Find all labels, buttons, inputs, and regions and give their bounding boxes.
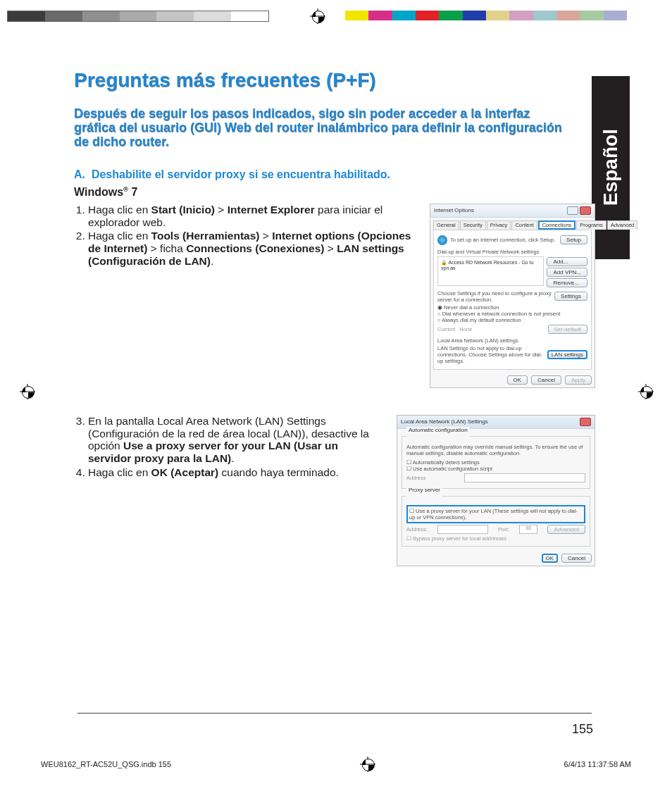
dialog-title: Internet Options [434, 207, 474, 213]
faq-question: Después de seguir los pasos indicados, s… [74, 107, 567, 149]
radio-dial-when[interactable]: Dial whenever a network connection is no… [437, 311, 587, 317]
radio-always-dial[interactable]: Always dial my default connection [437, 317, 587, 323]
step-1: Haga clic en Start (Inicio) > Internet E… [88, 204, 418, 229]
lan-text: LAN Settings do not apply to dial-up con… [437, 345, 547, 364]
auto-config-text: Automatic configuration may override man… [406, 444, 585, 456]
step-3: En la pantalla Local Area Network (LAN) … [88, 415, 385, 465]
footer-file: WEU8162_RT-AC52U_QSG.indb 155 [41, 760, 171, 768]
lan-settings-dialog: Local Area Network (LAN) Settings Automa… [397, 415, 595, 566]
tab-connections[interactable]: Connections [538, 220, 576, 230]
window-buttons [580, 418, 591, 426]
proxy-address-input [437, 525, 488, 534]
proxy-port-input: 80 [519, 525, 537, 534]
registration-mark-icon [638, 384, 654, 399]
address-label: Address [406, 475, 426, 481]
tab-programs[interactable]: Programs [576, 220, 606, 230]
tab-advanced[interactable]: Advanced [607, 220, 637, 230]
cancel-button[interactable]: Cancel [561, 554, 592, 563]
radio-never-dial[interactable]: Never dial a connection [437, 304, 587, 311]
footer-timestamp: 6/4/13 11:37:58 AM [564, 760, 631, 768]
address-input [464, 473, 585, 482]
registration-mark-icon [310, 8, 325, 24]
footer-rule [77, 713, 592, 714]
window-buttons [567, 206, 591, 215]
setup-text: To set up an Internet connection, click … [450, 237, 555, 243]
auto-config-group: Automatic configuration Automatic config… [402, 433, 590, 489]
proxy-group: Proxy server Use a proxy server for your… [402, 493, 590, 547]
proxy-port-label: Port: [498, 526, 509, 532]
page-content: Preguntas más frecuentes (P+F) Después d… [74, 56, 595, 566]
step-4: Haga clic en OK (Aceptar) cuando haya te… [88, 466, 385, 479]
registration-mark-icon [360, 756, 375, 772]
auto-detect-checkbox[interactable]: Automatically detect settings [406, 459, 585, 466]
dialog-title: Local Area Network (LAN) Settings [401, 418, 488, 425]
print-footer: WEU8162_RT-AC52U_QSG.indb 155 6/4/13 11:… [41, 756, 631, 772]
os-label: Windows® 7 [74, 185, 595, 199]
steps-1: Haga clic en Start (Inicio) > Internet E… [74, 204, 418, 269]
internet-options-dialog: Internet Options General Security Privac… [430, 204, 595, 388]
press-colorbar-left [7, 11, 269, 22]
block-2: En la pantalla Local Area Network (LAN) … [74, 415, 595, 566]
use-proxy-checkbox[interactable]: Use a proxy server for your LAN (These s… [406, 505, 585, 523]
tab-security[interactable]: Security [460, 220, 486, 230]
ok-button[interactable]: OK [542, 554, 559, 563]
page-number: 155 [572, 722, 593, 737]
ok-button[interactable]: OK [507, 375, 528, 385]
apply-button: Apply [565, 375, 592, 385]
auto-script-checkbox[interactable]: Use automatic configuration script [406, 466, 585, 472]
bypass-checkbox: Bypass proxy server for local addresses [406, 535, 585, 542]
lan-settings-button[interactable]: LAN settings [547, 350, 587, 359]
settings-button[interactable]: Settings [554, 292, 587, 301]
advanced-button: Advanced [547, 525, 585, 534]
set-default-button: Set default [548, 325, 587, 334]
add-vpn-button[interactable]: Add VPN... [547, 268, 587, 277]
press-colorbar-right [345, 11, 627, 20]
vpn-heading: Dial-up and Virtual Private Network sett… [437, 249, 587, 255]
registration-mark-icon [20, 384, 35, 399]
choose-text: Choose Settings if you need to configure… [437, 290, 554, 303]
close-icon[interactable] [580, 206, 591, 215]
lan-heading: Local Area Network (LAN) settings [437, 337, 587, 344]
remove-button[interactable]: Remove... [547, 278, 587, 287]
setup-button[interactable]: Setup [560, 235, 587, 244]
close-icon[interactable] [580, 418, 591, 426]
tab-general[interactable]: General [433, 220, 459, 230]
page-title: Preguntas más frecuentes (P+F) [74, 69, 595, 92]
cancel-button[interactable]: Cancel [531, 375, 561, 385]
globe-icon [437, 235, 447, 245]
vpn-list[interactable]: 🔒 Access RD Network Resources - Go to vp… [437, 256, 544, 286]
section-a-heading: A. Deshabilite el servidor proxy si se e… [74, 168, 595, 181]
add-button[interactable]: Add... [547, 257, 587, 266]
proxy-heading: Proxy server [406, 487, 442, 493]
block-1: Haga clic en Start (Inicio) > Internet E… [74, 204, 595, 388]
dialog-tabs: General Security Privacy Content Connect… [430, 218, 595, 230]
proxy-address-label: Address: [406, 526, 428, 532]
steps-2: En la pantalla Local Area Network (LAN) … [74, 415, 385, 480]
language-tab: Español [592, 76, 630, 259]
auto-config-heading: Automatic configuration [406, 427, 470, 433]
step-2: Haga clic en Tools (Herramientas) > Inte… [88, 230, 418, 267]
tab-content[interactable]: Content [511, 220, 537, 230]
tab-privacy[interactable]: Privacy [487, 220, 511, 230]
